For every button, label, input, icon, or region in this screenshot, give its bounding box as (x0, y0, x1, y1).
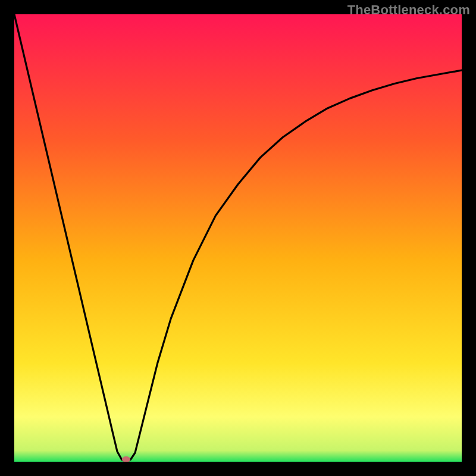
chart-frame (14, 14, 462, 462)
gradient-background (14, 14, 462, 462)
bottleneck-chart (14, 14, 462, 462)
watermark-label: TheBottleneck.com (347, 2, 470, 18)
